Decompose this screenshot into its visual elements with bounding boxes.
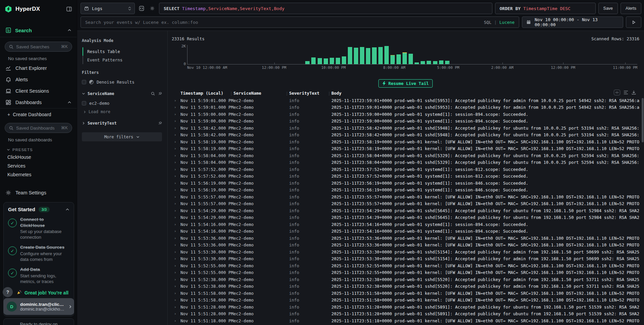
column-header-servicename[interactable]: ServiceName (233, 91, 289, 96)
more-filters-button[interactable]: More filters (82, 132, 162, 141)
help-button[interactable]: ? (3, 287, 13, 297)
histogram-bar[interactable] (402, 52, 407, 64)
row-expand-chevron[interactable]: › (172, 188, 180, 192)
row-expand-chevron[interactable]: › (172, 208, 180, 213)
save-button[interactable]: Save (598, 3, 618, 14)
table-row[interactable]: ›Nov 11 5:53:36.000 PMec2-demoinfo2025-1… (172, 242, 639, 249)
table-row[interactable]: ›Nov 11 5:58:42.000 PMec2-demoinfo2025-1… (172, 125, 639, 132)
service-checkbox[interactable] (82, 101, 86, 105)
resume-live-tail-button[interactable]: Resume Live Tail (378, 79, 433, 88)
table-row[interactable]: ›Nov 11 5:57:52.000 PMec2-demoinfo2025-1… (172, 166, 639, 173)
create-dashboard-button[interactable]: + Create Dashboard (0, 108, 77, 119)
table-row[interactable]: ›Nov 11 5:57:52.000 PMec2-demoinfo2025-1… (172, 173, 639, 180)
column-header-timestamp[interactable]: Timestamp (Local) (180, 91, 233, 96)
histogram-bar[interactable] (378, 47, 383, 64)
row-expand-chevron[interactable]: › (172, 305, 180, 309)
get-started-step[interactable]: ✓ Add Data Start sending logs, metrics, … (8, 267, 69, 284)
row-expand-chevron[interactable]: › (172, 133, 180, 137)
denoise-checkbox[interactable] (82, 80, 86, 84)
date-range-picker[interactable]: Nov 10 00:00:00 - Nov 13 00:00:00 (522, 16, 623, 28)
chevron-up-icon[interactable] (67, 28, 71, 32)
sidebar-item-chart-explorer[interactable]: Chart Explorer (0, 62, 77, 74)
histogram-bar[interactable] (439, 60, 443, 64)
user-menu[interactable]: D dominic.tran@clic… dominic.tran@clickh… (3, 298, 74, 315)
histogram-bar[interactable] (445, 61, 449, 64)
histogram-bar[interactable] (409, 54, 413, 64)
scrollbar-thumb[interactable] (642, 98, 644, 142)
table-row[interactable]: ›Nov 11 5:59:00.000 PMec2-demoinfo2025-1… (172, 111, 639, 118)
row-expand-chevron[interactable]: › (172, 153, 180, 158)
run-query-button[interactable] (626, 16, 641, 28)
mode-event-patterns[interactable]: Event Patterns (83, 56, 162, 64)
saved-dashboards-input[interactable]: Saved Dashboards ⌘K (5, 123, 72, 133)
alerts-button[interactable]: Alerts (621, 3, 641, 14)
histogram-bar[interactable] (311, 57, 316, 64)
row-expand-chevron[interactable]: › (172, 312, 180, 316)
source-select[interactable]: Logs (80, 3, 135, 14)
sidebar-item-preset-services[interactable]: Services (0, 161, 77, 170)
sidebar-item-team-settings[interactable]: Team Settings (0, 187, 77, 198)
table-row[interactable]: ›Nov 11 5:58:04.000 PMec2-demoinfo2025-1… (172, 152, 639, 159)
chevron-up-icon[interactable] (67, 100, 71, 104)
denoise-results-row[interactable]: Denoise Results (82, 80, 162, 85)
table-row[interactable]: ›Nov 11 5:51:58.000 PMec2-demoinfo2025-1… (172, 290, 639, 297)
order-by-input[interactable]: ORDER BY TimestampTime DESC (495, 3, 596, 14)
saved-searches-input[interactable]: Saved Searches ⌘K (5, 42, 72, 52)
row-expand-chevron[interactable]: › (172, 112, 180, 117)
histogram-bar[interactable] (354, 48, 358, 64)
pin-icon[interactable] (158, 121, 162, 125)
histogram-bar[interactable] (421, 61, 425, 64)
row-expand-chevron[interactable]: › (172, 167, 180, 172)
table-row[interactable]: ›Nov 11 5:56:19.000 PMec2-demoinfo2025-1… (172, 180, 639, 187)
table-row[interactable]: ›Nov 11 5:55:57.000 PMec2-demoinfo2025-1… (172, 193, 639, 200)
table-row[interactable]: ›Nov 11 5:52:38.000 PMec2-demoinfo2025-1… (172, 283, 639, 290)
table-row[interactable]: ›Nov 11 5:58:19.000 PMec2-demoinfo2025-1… (172, 145, 639, 152)
row-expand-chevron[interactable]: › (172, 119, 180, 123)
sidebar-item-client-sessions[interactable]: Client Sessions (0, 85, 77, 97)
table-row[interactable]: ›Nov 11 5:54:29.000 PMec2-demoinfo2025-1… (172, 207, 639, 214)
row-expand-chevron[interactable]: › (172, 105, 180, 109)
get-started-step[interactable]: ✓ Create Data Sources Configure where yo… (8, 244, 69, 262)
row-expand-chevron[interactable]: › (172, 222, 180, 227)
histogram-bar[interactable] (336, 58, 340, 64)
row-expand-chevron[interactable]: › (172, 146, 180, 151)
get-started-step[interactable]: ✓ Connect to ClickHouse Set up your data… (8, 217, 69, 240)
table-row[interactable]: ›Nov 11 5:59:00.000 PMec2-demoinfo2025-1… (172, 118, 639, 125)
language-lucene-toggle[interactable]: Lucene (499, 20, 515, 25)
table-row[interactable]: ›Nov 11 5:53:30.000 PMec2-demoinfo2025-1… (172, 248, 639, 256)
load-more-button[interactable]: Load more (83, 109, 162, 114)
presets-section-toggle[interactable]: PRESETS (0, 144, 77, 153)
table-row[interactable]: ›Nov 11 5:52:55.000 PMec2-demoinfo2025-1… (172, 269, 639, 276)
table-row[interactable]: ›Nov 11 5:53:30.000 PMec2-demoinfo2025-1… (172, 256, 639, 263)
row-expand-chevron[interactable]: › (172, 284, 180, 288)
row-expand-chevron[interactable]: › (172, 250, 180, 254)
histogram-bar[interactable] (433, 61, 437, 64)
row-expand-chevron[interactable]: › (172, 229, 180, 233)
histogram-bar[interactable] (372, 47, 376, 64)
select-columns-input[interactable]: SELECT Timestamp,ServiceName,SeverityTex… (159, 3, 492, 14)
scrollbar[interactable] (642, 98, 644, 266)
histogram-bar[interactable] (318, 58, 322, 64)
histogram-bar[interactable] (330, 58, 334, 64)
table-row[interactable]: ›Nov 11 5:54:29.000 PMec2-demoinfo2025-1… (172, 214, 639, 221)
code-view-icon[interactable] (138, 3, 146, 14)
lucene-search-input[interactable]: Search your events w/ Lucene ex. column:… (80, 16, 519, 28)
row-expand-chevron[interactable]: › (172, 215, 180, 220)
row-expand-chevron[interactable]: › (172, 181, 180, 185)
sidebar-item-alerts[interactable]: Alerts (0, 74, 77, 85)
table-row[interactable]: ›Nov 11 5:56:19.000 PMec2-demoinfo2025-1… (172, 187, 639, 194)
download-icon[interactable] (632, 90, 636, 95)
histogram-bar[interactable] (396, 54, 401, 64)
service-value-row[interactable]: ec2-demo (82, 101, 162, 106)
servicename-filter-group[interactable]: ServiceName (82, 91, 162, 96)
table-row[interactable]: ›Nov 11 5:58:04.000 PMec2-demoinfo2025-1… (172, 159, 639, 166)
sidebar-item-dashboards[interactable]: Dashboards (0, 97, 77, 108)
mode-results-table[interactable]: Results Table (83, 47, 162, 56)
row-expand-chevron[interactable]: › (172, 264, 180, 268)
sidebar-item-preset-kubernetes[interactable]: Kubernetes (0, 170, 77, 179)
sidebar-item-search[interactable]: Search (0, 24, 77, 37)
table-row[interactable]: ›Nov 11 5:58:19.000 PMec2-demoinfo2025-1… (172, 138, 639, 145)
table-row[interactable]: ›Nov 11 5:59:01.000 PMec2-demoinfo2025-1… (172, 104, 639, 111)
table-row[interactable]: ›Nov 11 5:52:38.000 PMec2-demoinfo2025-1… (172, 276, 639, 283)
table-row[interactable]: ›Nov 11 5:55:57.000 PMec2-demoinfo2025-1… (172, 200, 639, 207)
